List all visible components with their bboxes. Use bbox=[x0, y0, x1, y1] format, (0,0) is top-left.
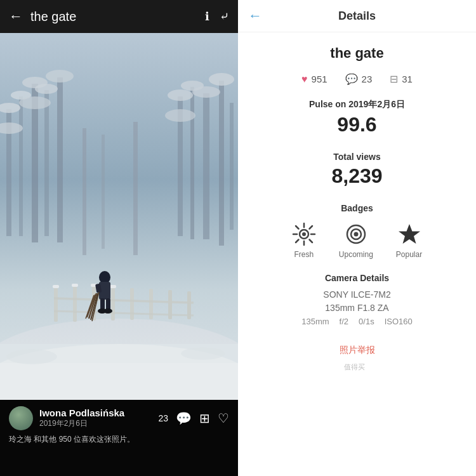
views-value: 8,239 bbox=[248, 164, 466, 188]
spec-shutter: 0/1s bbox=[359, 317, 374, 326]
fresh-badge-icon bbox=[292, 222, 316, 246]
post-date: 2019年2月6日 bbox=[39, 418, 152, 429]
svg-point-13 bbox=[35, 84, 58, 94]
svg-point-12 bbox=[19, 96, 51, 109]
svg-rect-6 bbox=[44, 90, 49, 236]
spec-iso: ISO160 bbox=[385, 317, 413, 326]
camera-specs: 135mm f/2 0/1s ISO160 bbox=[248, 317, 466, 326]
svg-rect-25 bbox=[83, 128, 86, 255]
bookmark-icon: ⊟ bbox=[390, 73, 398, 85]
avatar bbox=[9, 406, 33, 430]
svg-point-23 bbox=[192, 86, 220, 98]
svg-rect-4 bbox=[19, 96, 23, 236]
svg-point-48 bbox=[103, 308, 112, 314]
popular-badge-icon bbox=[397, 222, 421, 246]
svg-rect-38 bbox=[53, 285, 59, 288]
svg-rect-26 bbox=[133, 122, 138, 255]
photo-image bbox=[0, 33, 238, 400]
watermark: 值得买 bbox=[344, 362, 370, 372]
svg-line-64 bbox=[296, 226, 299, 229]
likes-value: 951 bbox=[312, 74, 327, 84]
upcoming-badge-icon bbox=[344, 222, 368, 246]
pulse-label: Pulse on 2019年2月6日 bbox=[248, 99, 466, 110]
svg-point-68 bbox=[354, 232, 358, 237]
comment-count: 23 bbox=[158, 413, 168, 423]
camera-section: Camera Details SONY ILCE-7M2 135mm F1.8 … bbox=[248, 273, 466, 326]
share-button[interactable]: ⤶ bbox=[220, 10, 229, 23]
report-section: 照片举报 bbox=[340, 344, 375, 356]
heart-icon: ♥ bbox=[301, 74, 308, 85]
badge-upcoming: Upcoming bbox=[339, 222, 373, 259]
page-title: the gate bbox=[30, 10, 195, 24]
camera-model: SONY ILCE-7M2 bbox=[248, 289, 466, 300]
photo-detail-title: the gate bbox=[330, 45, 383, 62]
views-label: Total views bbox=[248, 152, 466, 162]
svg-marker-71 bbox=[399, 224, 420, 244]
left-panel: ← the gate ℹ ⤶ bbox=[0, 0, 238, 476]
user-row: Iwona Podlasińska 2019年2月6日 23 💬 ⊞ ♡ bbox=[9, 406, 229, 430]
badges-title: Badges bbox=[248, 203, 466, 213]
details-content: the gate ♥ 951 💬 23 ⊟ 31 Pulse on 2019年2… bbox=[238, 32, 476, 385]
svg-point-20 bbox=[168, 89, 193, 101]
bottom-bar: Iwona Podlasińska 2019年2月6日 23 💬 ⊞ ♡ 玲之海… bbox=[0, 400, 238, 476]
bookmarks-value: 31 bbox=[402, 74, 413, 84]
back-button[interactable]: ← bbox=[9, 8, 23, 25]
user-info: Iwona Podlasińska 2019年2月6日 bbox=[39, 407, 152, 429]
popular-badge-label: Popular bbox=[396, 250, 422, 259]
svg-rect-27 bbox=[102, 135, 105, 249]
left-header: ← the gate ℹ ⤶ bbox=[0, 0, 238, 33]
badges-section: Badges bbox=[248, 203, 466, 259]
svg-rect-18 bbox=[219, 81, 224, 246]
add-icon[interactable]: ⊞ bbox=[199, 411, 210, 426]
svg-point-21 bbox=[165, 109, 195, 122]
svg-rect-55 bbox=[0, 363, 238, 400]
svg-point-24 bbox=[209, 73, 234, 86]
svg-point-57 bbox=[181, 347, 225, 360]
pulse-value: 99.6 bbox=[248, 113, 466, 136]
svg-rect-19 bbox=[230, 103, 234, 230]
svg-line-66 bbox=[309, 226, 312, 229]
username: Iwona Podlasińska bbox=[39, 407, 152, 418]
views-section: Total views 8,239 bbox=[248, 152, 466, 199]
stats-row: ♥ 951 💬 23 ⊟ 31 bbox=[301, 73, 413, 85]
svg-line-65 bbox=[309, 240, 312, 243]
upcoming-badge-label: Upcoming bbox=[339, 250, 373, 259]
svg-rect-29 bbox=[73, 286, 77, 322]
pulse-section: Pulse on 2019年2月6日 99.6 bbox=[248, 99, 466, 148]
comment-icon[interactable]: 💬 bbox=[176, 411, 192, 426]
bottom-actions: 23 💬 ⊞ ♡ bbox=[158, 411, 229, 426]
details-title: Details bbox=[268, 10, 446, 23]
svg-rect-16 bbox=[190, 87, 194, 239]
details-header: ← Details bbox=[238, 0, 476, 32]
svg-rect-7 bbox=[57, 77, 63, 242]
svg-rect-39 bbox=[72, 284, 78, 287]
likes-stat: ♥ 951 bbox=[301, 74, 327, 85]
bottom-caption: 玲之海 和其他 950 位喜欢这张照片。 bbox=[9, 434, 229, 445]
right-panel: ← Details the gate ♥ 951 💬 23 ⊟ 31 Pulse… bbox=[238, 0, 476, 476]
details-back-button[interactable]: ← bbox=[248, 8, 262, 24]
comment-stat-icon: 💬 bbox=[345, 73, 358, 85]
svg-point-56 bbox=[6, 349, 57, 364]
svg-point-59 bbox=[302, 232, 306, 236]
photo-overlay bbox=[0, 33, 238, 400]
like-icon[interactable]: ♡ bbox=[218, 411, 229, 426]
svg-point-14 bbox=[46, 70, 74, 83]
badge-popular: Popular bbox=[396, 222, 422, 259]
svg-rect-28 bbox=[54, 287, 58, 322]
svg-rect-31 bbox=[111, 287, 115, 321]
spec-aperture: f/2 bbox=[340, 317, 348, 326]
comments-value: 23 bbox=[362, 74, 373, 84]
camera-title: Camera Details bbox=[248, 273, 466, 283]
svg-rect-32 bbox=[130, 288, 134, 320]
info-button[interactable]: ℹ bbox=[205, 10, 209, 23]
svg-line-67 bbox=[296, 240, 299, 243]
fresh-badge-label: Fresh bbox=[294, 250, 314, 259]
bookmarks-stat: ⊟ 31 bbox=[390, 73, 413, 85]
report-link[interactable]: 照片举报 bbox=[340, 345, 375, 355]
badge-fresh: Fresh bbox=[292, 222, 316, 259]
camera-lens: 135mm F1.8 ZA bbox=[248, 303, 466, 313]
badges-row: Fresh Upcoming Popular bbox=[248, 222, 466, 259]
spec-focal: 135mm bbox=[301, 317, 329, 326]
comments-stat: 💬 23 bbox=[345, 73, 373, 85]
svg-rect-17 bbox=[203, 93, 209, 239]
